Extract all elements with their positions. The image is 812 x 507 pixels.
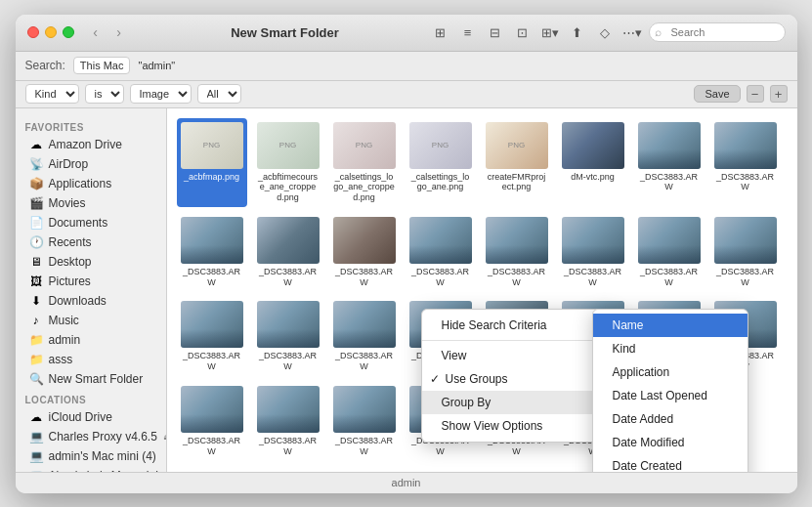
desktop-icon: 🖥 — [29, 255, 43, 269]
sidebar-item-label: iCloud Drive — [49, 410, 112, 424]
search-bar: Search: This Mac "admin" — [16, 52, 797, 81]
sidebar-item-documents[interactable]: 📄 Documents — [20, 213, 162, 232]
sidebar-item-admins-mac[interactable]: 💻 admin's Mac mini (4) — [20, 446, 162, 466]
file-name: _calsettings_logo_ane_cropped.png — [333, 172, 396, 203]
file-thumbnail — [333, 301, 396, 348]
back-button[interactable]: ‹ — [86, 22, 106, 42]
file-item[interactable]: _DSC3883.ARW — [634, 213, 705, 292]
sidebar-item-applications[interactable]: 📦 Applications — [20, 174, 162, 193]
file-item[interactable]: _DSC3883.ARW — [177, 382, 247, 461]
sidebar: Favorites ☁ Amazon Drive 📡 AirDrop 📦 App… — [16, 108, 167, 472]
sidebar-item-pictures[interactable]: 🖼 Pictures — [20, 272, 162, 291]
file-item[interactable]: _DSC3883.ARW — [634, 118, 705, 207]
type-select[interactable]: Image — [130, 84, 192, 104]
list-view-button[interactable]: ≡ — [457, 21, 479, 43]
menu-item-label: View — [442, 349, 467, 362]
submenu-kind-item[interactable]: Kind — [593, 337, 748, 360]
is-select[interactable]: is — [85, 84, 124, 104]
sidebar-item-label: Downloads — [49, 294, 107, 308]
kind-select[interactable]: Kind — [25, 84, 79, 104]
file-item[interactable]: _DSC3883.ARW — [482, 213, 552, 292]
file-item[interactable]: _DSC3883.ARW — [253, 213, 323, 292]
file-thumbnail: PNG — [486, 122, 548, 169]
file-item[interactable]: PNG _acbfmap.png — [177, 118, 247, 207]
hide-search-criteria-item[interactable]: Hide Search Criteria — [422, 314, 616, 337]
icon-view-button[interactable]: ⊞ — [430, 21, 451, 43]
file-name: dM-vtc.png — [571, 172, 615, 183]
sidebar-item-desktop[interactable]: 🖥 Desktop — [20, 252, 162, 272]
main-area: Favorites ☁ Amazon Drive 📡 AirDrop 📦 App… — [16, 108, 797, 472]
menu-item-label: Hide Search Criteria — [442, 318, 547, 332]
tag-button[interactable]: ◇ — [594, 21, 616, 43]
submenu-item-label: Application — [613, 365, 670, 379]
search-input[interactable] — [649, 22, 786, 42]
more-button[interactable]: ⋯▾ — [621, 21, 643, 43]
remove-criteria-button[interactable]: − — [747, 85, 764, 103]
file-item[interactable]: _DSC3883.ARW — [329, 297, 400, 376]
file-item[interactable]: _DSC3883.ARW — [558, 213, 628, 292]
sidebar-item-icloud[interactable]: ☁ iCloud Drive — [20, 407, 162, 427]
search-wrapper — [649, 22, 786, 42]
sidebar-item-airdrop[interactable]: 📡 AirDrop — [20, 154, 162, 174]
use-groups-item[interactable]: ✓Use Groups — [422, 367, 616, 391]
submenu-date-modified-item[interactable]: Date Modified — [593, 431, 748, 454]
file-name: _DSC3883.ARW — [638, 172, 701, 193]
file-area[interactable]: PNG _acbfmap.png PNG _acbftimecourse_ane… — [167, 108, 797, 472]
sidebar-item-music[interactable]: ♪ Music — [20, 311, 162, 330]
sidebar-item-new-smart-folder[interactable]: 🔍 New Smart Folder — [20, 369, 162, 389]
file-item[interactable]: PNG _acbftimecourse_ane_cropped.png — [253, 118, 323, 207]
sidebar-item-amazon-drive[interactable]: ☁ Amazon Drive — [20, 135, 162, 154]
file-thumbnail: PNG — [333, 122, 396, 169]
sidebar-item-label: Applications — [49, 177, 112, 190]
group-by-item[interactable]: Group By › — [422, 391, 616, 414]
submenu-date-created-item[interactable]: Date Created — [593, 454, 748, 472]
sidebar-item-admin[interactable]: 📁 admin — [20, 330, 162, 350]
file-name: _DSC3883.ARW — [409, 267, 472, 288]
close-button[interactable] — [27, 26, 39, 38]
submenu-date-added-item[interactable]: Date Added — [593, 407, 748, 431]
save-button[interactable]: Save — [694, 85, 740, 103]
search-scope[interactable]: This Mac — [73, 57, 131, 74]
sidebar-item-asss[interactable]: 📁 asss — [20, 350, 162, 369]
view-item[interactable]: View › — [422, 344, 616, 367]
file-item[interactable]: _DSC3883.ARW — [406, 213, 476, 292]
add-criteria-button[interactable]: + — [770, 85, 788, 103]
sidebar-item-label: Amazon Drive — [49, 138, 122, 151]
sidebar-item-recents[interactable]: 🕐 Recents — [20, 232, 162, 252]
gallery-view-button[interactable]: ⊡ — [512, 21, 534, 43]
file-item[interactable]: _DSC3883.ARW — [329, 382, 400, 461]
file-name: _DSC3883.ARW — [333, 351, 396, 372]
submenu-date-last-opened-item[interactable]: Date Last Opened — [593, 384, 748, 407]
movies-icon: 🎬 — [29, 196, 43, 210]
column-view-button[interactable]: ⊟ — [485, 21, 506, 43]
file-item[interactable]: _DSC3883.ARW — [329, 213, 400, 292]
file-item[interactable]: _DSC3883.ARW — [710, 118, 781, 207]
arrange-button[interactable]: ⊞▾ — [539, 21, 561, 43]
file-item[interactable]: PNG _calsettings_logo_ane_cropped.png — [329, 118, 400, 207]
file-item[interactable]: _DSC3883.ARW — [253, 297, 323, 376]
forward-button[interactable]: › — [109, 22, 129, 42]
file-thumbnail — [638, 217, 701, 264]
sidebar-item-charles[interactable]: 💻 Charles Proxy v4.6.5 ⏏ — [20, 427, 162, 446]
submenu-application-item[interactable]: Application — [593, 360, 748, 384]
file-item[interactable]: _DSC3883.ARW — [177, 213, 247, 292]
group-by-submenu[interactable]: Name Kind Application Date Last Opened D… — [592, 309, 748, 472]
file-item[interactable]: dM-vtc.png — [558, 118, 628, 207]
file-item[interactable]: _DSC3883.ARW — [710, 213, 781, 292]
smart-folder-icon: 🔍 — [29, 372, 43, 386]
file-item[interactable]: PNG createFMRproject.png — [482, 118, 552, 207]
menu-item-label: Group By — [442, 396, 491, 409]
file-item[interactable]: PNG _calsettings_logo_ane.png — [406, 118, 476, 207]
show-view-options-item[interactable]: Show View Options — [422, 414, 616, 438]
folder-icon: 📁 — [29, 333, 43, 347]
maximize-button[interactable] — [63, 26, 74, 38]
sidebar-item-downloads[interactable]: ⬇ Downloads — [20, 291, 162, 311]
minimize-button[interactable] — [45, 26, 57, 38]
all-select[interactable]: All — [197, 84, 241, 104]
context-menu[interactable]: Hide Search Criteria View › ✓Use Groups … — [421, 309, 617, 443]
file-item[interactable]: _DSC3883.ARW — [177, 297, 247, 376]
share-button[interactable]: ⬆ — [567, 21, 588, 43]
submenu-name-item[interactable]: Name — [593, 314, 748, 337]
sidebar-item-movies[interactable]: 🎬 Movies — [20, 193, 162, 213]
file-item[interactable]: _DSC3883.ARW — [253, 382, 323, 461]
